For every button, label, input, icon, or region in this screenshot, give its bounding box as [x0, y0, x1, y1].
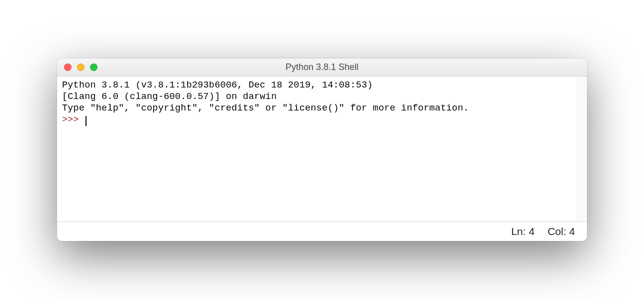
status-bar: Ln: 4 Col: 4 — [57, 222, 587, 241]
banner-line-1: Python 3.8.1 (v3.8.1:1b293b6006, Dec 18 … — [62, 80, 378, 90]
status-line: Ln: 4 — [511, 226, 534, 238]
zoom-icon[interactable] — [90, 64, 98, 71]
traffic-lights — [64, 64, 98, 71]
titlebar[interactable]: Python 3.8.1 Shell — [57, 58, 587, 76]
close-icon[interactable] — [64, 64, 72, 71]
prompt: >>> — [62, 114, 84, 125]
scrollbar[interactable] — [577, 76, 587, 222]
idle-shell-window: Python 3.8.1 Shell Python 3.8.1 (v3.8.1:… — [57, 58, 587, 241]
banner-line-3: Type "help", "copyright", "credits" or "… — [62, 103, 469, 114]
minimize-icon[interactable] — [77, 64, 84, 71]
status-col: Col: 4 — [548, 226, 575, 238]
shell-text-area[interactable]: Python 3.8.1 (v3.8.1:1b293b6006, Dec 18 … — [57, 76, 577, 222]
text-cursor — [86, 116, 86, 126]
window-title: Python 3.8.1 Shell — [57, 62, 587, 72]
banner-line-2: [Clang 6.0 (clang-600.0.57)] on darwin — [62, 92, 276, 102]
content-wrap: Python 3.8.1 (v3.8.1:1b293b6006, Dec 18 … — [57, 76, 587, 222]
